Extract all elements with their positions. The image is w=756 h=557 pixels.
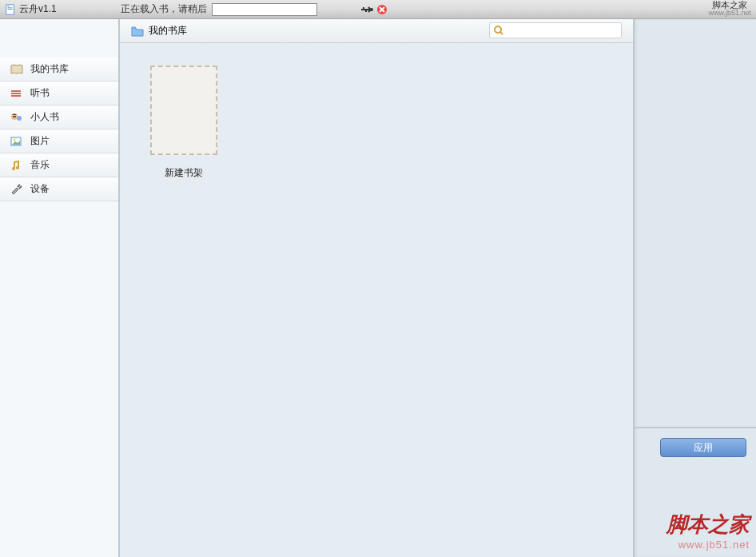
sidebar-item-audiobook[interactable]: 听书 (0, 82, 118, 105)
shelf-label: 新建书架 (136, 166, 232, 180)
search-input[interactable] (507, 26, 618, 35)
svg-point-14 (14, 138, 16, 141)
search-box[interactable] (489, 22, 622, 38)
comic-icon (10, 111, 24, 124)
search-icon (493, 25, 504, 36)
sidebar-item-image[interactable]: 图片 (0, 129, 118, 153)
close-icon[interactable] (376, 4, 388, 15)
folder-icon (131, 26, 144, 37)
app-icon (5, 4, 16, 15)
image-icon (10, 135, 24, 148)
device-icon (10, 183, 24, 196)
content-header: 我的书库 (120, 19, 633, 43)
watermark-brand: 脚本之家 (666, 511, 750, 539)
main-area: 我的书库 听书 小人书 图片 音乐 设备 我的书库 (0, 19, 756, 557)
svg-rect-6 (11, 90, 21, 92)
svg-point-15 (12, 167, 15, 170)
sidebar-item-music[interactable]: 音乐 (0, 153, 118, 177)
svg-rect-3 (8, 9, 13, 10)
loading-text: 正在载入书，请稍后 (121, 2, 207, 16)
usb-icon (360, 4, 375, 15)
new-shelf-item[interactable]: 新建书架 (136, 66, 232, 180)
watermark-top: 脚本之家 www.jb51.net (708, 0, 751, 18)
sidebar-item-label: 图片 (30, 134, 50, 148)
content-area: 我的书库 新建书架 (120, 19, 633, 557)
panel-divider (635, 427, 756, 428)
app-title: 云舟v1.1 (19, 2, 57, 16)
sidebar-item-library[interactable]: 我的书库 (0, 58, 118, 82)
sidebar-item-label: 听书 (30, 86, 50, 100)
svg-rect-7 (11, 93, 21, 94)
svg-point-17 (495, 26, 501, 33)
watermark-url-bottom: www.jb51.net (666, 539, 750, 551)
svg-point-10 (13, 116, 14, 117)
sidebar-item-label: 设备 (30, 182, 50, 196)
svg-point-11 (14, 116, 16, 117)
svg-rect-2 (8, 7, 13, 8)
svg-rect-1 (8, 6, 10, 6)
sidebar-item-comic[interactable]: 小人书 (0, 105, 118, 129)
music-icon (10, 159, 24, 172)
content-header-title: 我的书库 (149, 24, 187, 38)
svg-rect-8 (11, 95, 21, 97)
sidebar-item-label: 我的书库 (30, 62, 69, 76)
sidebar-item-label: 音乐 (30, 158, 50, 172)
content-body: 新建书架 (120, 43, 633, 557)
apply-button-label: 应用 (694, 441, 713, 455)
svg-point-4 (370, 8, 373, 11)
sidebar: 我的书库 听书 小人书 图片 音乐 设备 (0, 19, 120, 557)
watermark-url: www.jb51.net (708, 10, 751, 18)
shelf-thumbnail (150, 66, 217, 155)
book-icon (10, 63, 24, 76)
sidebar-item-label: 小人书 (30, 110, 59, 124)
watermark-bottom: 脚本之家 www.jb51.net (666, 511, 750, 551)
svg-point-16 (16, 166, 19, 169)
titlebar-icons (360, 4, 388, 15)
audio-icon (10, 87, 24, 100)
right-panel: 应用 (633, 19, 756, 557)
sidebar-item-device[interactable]: 设备 (0, 177, 118, 201)
progress-bar (212, 3, 317, 16)
apply-button[interactable]: 应用 (660, 438, 746, 457)
loading-area: 正在载入书，请稍后 (121, 2, 317, 16)
svg-point-12 (17, 116, 22, 121)
titlebar: 云舟v1.1 正在载入书，请稍后 脚本之家 www.jb51.net (0, 0, 756, 19)
